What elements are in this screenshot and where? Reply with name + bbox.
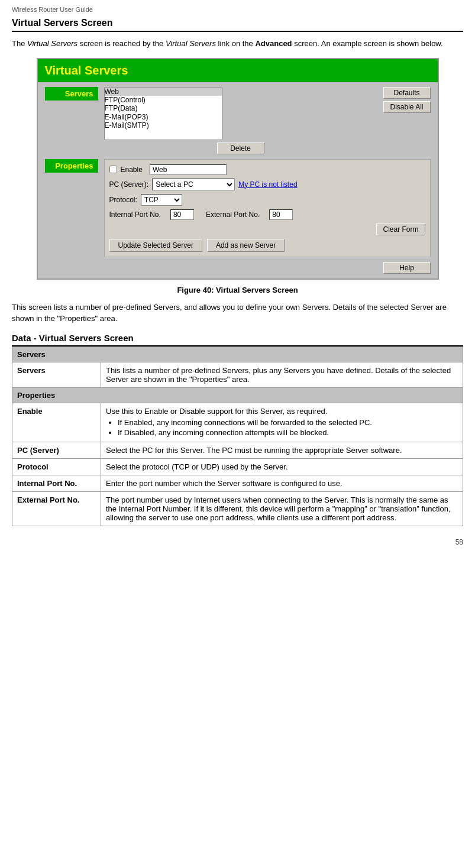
enable-bullet-2: If Disabled, any incoming connection att…: [118, 428, 458, 437]
virtual-servers-ui-box: Virtual Servers Servers Web FTP(Control)…: [37, 58, 439, 280]
enable-group: Enable: [109, 164, 227, 175]
delete-btn-row: Delete: [104, 142, 377, 154]
update-server-button[interactable]: Update Selected Server: [109, 239, 202, 252]
row-desc-internal-port: Enter the port number which the Server s…: [101, 475, 463, 491]
row-desc-pc-server: Select the PC for this Server. The PC mu…: [101, 442, 463, 458]
row-desc-external-port: The port number used by Internet users w…: [101, 491, 463, 526]
servers-row: Servers Web FTP(Control) FTP(Data) E-Mai…: [45, 87, 431, 154]
bottom-buttons: Update Selected Server Add as new Server: [109, 239, 425, 252]
properties-area: Enable PC (Server): Select a PC My PC is…: [104, 159, 431, 257]
table-group-properties: Properties: [12, 387, 463, 403]
pc-server-select[interactable]: Select a PC: [152, 179, 235, 190]
protocol-row: Protocol: TCP UDP: [109, 194, 425, 206]
row-desc-protocol: Select the protocol (TCP or UDP) used by…: [101, 458, 463, 475]
table-row-internal-port: Internal Port No. Enter the port number …: [12, 475, 463, 491]
delete-button[interactable]: Delete: [217, 142, 264, 154]
servers-list-container: Web FTP(Control) FTP(Data) E-Mail(POP3) …: [104, 87, 377, 154]
enable-bullets: If Enabled, any incoming connections wil…: [118, 418, 458, 437]
defaults-button[interactable]: Defaults: [383, 87, 431, 99]
intro-text3: link on the: [218, 39, 256, 48]
intro-italic2: Virtual Servers: [166, 39, 216, 48]
row-label-internal-port: Internal Port No.: [12, 475, 101, 491]
servers-content: Web FTP(Control) FTP(Data) E-Mail(POP3) …: [104, 87, 431, 154]
help-row: Help: [45, 262, 431, 274]
row-label-pc-server: PC (Server): [12, 442, 101, 458]
page-header: Wireless Router User Guide: [12, 6, 463, 13]
figure-caption: Figure 40: Virtual Servers Screen: [12, 286, 463, 294]
port-row: Internal Port No. External Port No.: [109, 209, 425, 220]
group-header-properties: Properties: [12, 387, 463, 403]
table-row-enable: Enable Use this to Enable or Disable sup…: [12, 403, 463, 442]
row-label-external-port: External Port No.: [12, 491, 101, 526]
row-label-protocol: Protocol: [12, 458, 101, 475]
external-port-label: External Port No.: [206, 210, 260, 219]
table-row-protocol: Protocol Select the protocol (TCP or UDP…: [12, 458, 463, 475]
server-name-input[interactable]: [150, 164, 227, 175]
row-label-servers: Servers: [12, 362, 101, 387]
data-section-title: Data - Virtual Servers Screen: [12, 333, 463, 346]
external-port-input[interactable]: [269, 209, 293, 220]
pc-server-row: PC (Server): Select a PC My PC is not li…: [109, 179, 425, 190]
server-option-ftp-control[interactable]: FTP(Control): [105, 96, 222, 104]
intro-text4: screen. An example screen is shown below…: [294, 39, 442, 48]
enable-label: Enable: [121, 166, 143, 174]
protocol-select[interactable]: TCP UDP: [141, 194, 182, 206]
intro-bold1: Advanced: [255, 39, 292, 48]
servers-buttons: Defaults Disable All: [383, 87, 431, 113]
properties-row: Properties Enable PC (Server):: [45, 159, 431, 257]
group-header-servers: Servers: [12, 346, 463, 362]
properties-content: Enable PC (Server): Select a PC My PC is…: [104, 159, 431, 257]
vs-title: Virtual Servers: [45, 64, 128, 77]
server-option-email-pop3[interactable]: E-Mail(POP3): [105, 113, 222, 121]
vs-header: Virtual Servers: [38, 59, 438, 82]
protocol-label: Protocol:: [109, 196, 137, 204]
pc-server-label: PC (Server):: [109, 180, 149, 189]
servers-label: Servers: [45, 87, 98, 101]
server-option-web[interactable]: Web: [105, 88, 222, 96]
enable-bullet-1: If Enabled, any incoming connections wil…: [118, 418, 458, 427]
server-option-ftp-data[interactable]: FTP(Data): [105, 104, 222, 112]
internal-port-input[interactable]: [170, 209, 194, 220]
internal-port-label: Internal Port No.: [109, 210, 161, 219]
intro-text2: screen is reached by the: [80, 39, 166, 48]
intro-italic1: Virtual Servers: [27, 39, 77, 48]
row-desc-enable: Use this to Enable or Disable support fo…: [101, 403, 463, 442]
page-number: 58: [12, 538, 463, 546]
table-row-servers: Servers This lists a number of pre-defin…: [12, 362, 463, 387]
body-text: This screen lists a number of pre-define…: [12, 302, 463, 325]
my-pc-link[interactable]: My PC is not listed: [238, 180, 297, 189]
help-button[interactable]: Help: [383, 262, 431, 274]
clear-form-button[interactable]: Clear Form: [376, 224, 425, 235]
clear-form-row: Clear Form: [109, 224, 425, 235]
server-option-email-smtp[interactable]: E-Mail(SMTP): [105, 121, 222, 129]
row-label-enable: Enable: [12, 403, 101, 442]
enable-row: Enable: [109, 164, 425, 175]
figure-caption-text: Figure 40: Virtual Servers Screen: [177, 286, 298, 294]
section-title: Virtual Servers Screen: [12, 18, 463, 32]
row-desc-servers: This lists a number of pre-defined Serve…: [101, 362, 463, 387]
table-row-external-port: External Port No. The port number used b…: [12, 491, 463, 526]
servers-listbox[interactable]: Web FTP(Control) FTP(Data) E-Mail(POP3) …: [104, 87, 222, 140]
enable-checkbox[interactable]: [109, 166, 117, 173]
properties-label: Properties: [45, 159, 98, 173]
table-row-pc-server: PC (Server) Select the PC for this Serve…: [12, 442, 463, 458]
servers-area: Web FTP(Control) FTP(Data) E-Mail(POP3) …: [104, 87, 431, 154]
disable-all-button[interactable]: Disable All: [383, 101, 431, 113]
add-server-button[interactable]: Add as new Server: [207, 239, 285, 252]
vs-body: Servers Web FTP(Control) FTP(Data) E-Mai…: [38, 82, 438, 278]
intro-paragraph: The Virtual Servers screen is reached by…: [12, 38, 463, 50]
table-group-servers: Servers: [12, 346, 463, 362]
data-table: Servers Servers This lists a number of p…: [12, 346, 463, 526]
